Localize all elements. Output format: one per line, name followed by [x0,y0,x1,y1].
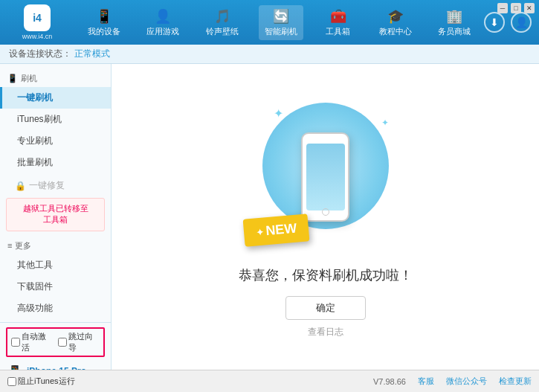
auto-activate-input[interactable] [11,338,20,347]
customer-service-link[interactable]: 客服 [418,376,434,387]
phone-home-button [322,208,329,216]
smart-flash-icon: 🔄 [273,8,289,25]
device-panel: 自动激活 跳过向导 📱 iPhone 15 Pro Max 512GB iPho… [0,322,111,370]
device-info: 📱 iPhone 15 Pro Max 512GB iPhone [6,362,105,370]
confirm-button[interactable]: 确定 [285,296,366,320]
sidebar: 📱 刷机 一键刷机 iTunes刷机 专业刷机 批量刷机 🔒 一键修复 越狱工具… [0,64,112,370]
apps-games-label: 应用游戏 [146,26,179,37]
auto-import-checkbox[interactable]: 跳过向导 [58,331,100,353]
sidebar-item-advanced[interactable]: 高级功能 [0,298,111,319]
phone-image [301,132,349,222]
download-button[interactable]: ⬇ [484,12,505,33]
sidebar-item-one-key-flash[interactable]: 一键刷机 [0,87,111,109]
toolbox-icon: 🧰 [330,8,346,25]
nav-business[interactable]: 🏢 务员商城 [432,5,477,40]
device-phone-icon: 📱 [7,364,22,370]
sidebar-repair-notice: 越狱工具已转移至工具箱 [6,198,105,231]
nav-my-device[interactable]: 📱 我的设备 [82,5,126,40]
header-right: ⬇ 👤 [484,12,532,33]
bottom-bar: 阻止iTunes运行 V7.98.66 客服 微信公众号 检查更新 [0,370,539,392]
log-link[interactable]: 查看日志 [308,326,343,338]
tutorial-icon: 🎓 [387,8,404,25]
wechat-link[interactable]: 微信公众号 [446,376,487,387]
repair-label: 一键修复 [29,179,65,192]
subheader-prefix: 设备连接状态： [9,48,71,60]
apps-games-icon: 👤 [155,8,171,25]
business-icon: 🏢 [446,8,462,25]
sparkle-left-icon: ✦ [274,106,283,121]
minimize-button[interactable]: ─ [497,3,508,13]
sidebar-item-batch-flash[interactable]: 批量刷机 [0,152,111,173]
sidebar-item-download-firmware[interactable]: 下载固件 [0,276,111,298]
auto-activate-label: 自动激活 [22,331,54,353]
block-itunes-checkbox[interactable]: 阻止iTunes运行 [7,376,75,387]
flash-section-icon: 📱 [7,74,18,83]
business-label: 务员商城 [438,26,471,37]
lock-icon: 🔒 [15,181,26,191]
toolbox-label: 工具箱 [326,26,350,37]
ringtones-icon: 🎵 [214,8,230,25]
block-itunes-label: 阻止iTunes运行 [18,376,75,387]
sidebar-device-panel: 自动激活 跳过向导 📱 iPhone 15 Pro Max 512GB iPho… [0,322,111,370]
success-message: 恭喜您，保资料刷机成功啦！ [239,266,413,284]
auto-import-label: 跳过向导 [68,331,100,353]
sidebar-item-repair-disabled: 🔒 一键修复 [0,176,111,195]
check-update-link[interactable]: 检查更新 [499,376,532,387]
subheader-status[interactable]: 正常模式 [74,48,110,60]
more-section-icon: ≡ [7,241,12,250]
logo-text: www.i4.cn [22,33,53,40]
version-label: V7.98.66 [373,377,406,386]
nav-tutorial[interactable]: 🎓 教程中心 [373,5,418,40]
bottom-right: V7.98.66 客服 微信公众号 检查更新 [373,376,532,387]
sidebar-item-itunes-flash[interactable]: iTunes刷机 [0,109,111,130]
sparkle-right-icon: ✦ [381,118,389,128]
header: i4 www.i4.cn 📱 我的设备 👤 应用游戏 🎵 铃声壁纸 🔄 智能刷机… [0,0,539,45]
sidebar-section-more-header: ≡ 更多 [0,237,111,254]
main-content: ✦ ✦ NEW 恭喜您，保资料刷机成功啦！ 确定 查看日志 [112,64,539,370]
device-checkboxes: 自动激活 跳过向导 [6,327,105,357]
sidebar-item-pro-flash[interactable]: 专业刷机 [0,130,111,152]
sidebar-section-flash-header: 📱 刷机 [0,70,111,87]
nav-apps-games[interactable]: 👤 应用游戏 [141,5,185,40]
tutorial-label: 教程中心 [379,26,412,37]
sidebar-section-flash: 📱 刷机 一键刷机 iTunes刷机 专业刷机 批量刷机 [0,70,111,173]
window-controls: ─ □ ✕ [497,3,535,13]
sidebar-section-more: ≡ 更多 其他工具 下载固件 高级功能 [0,237,111,319]
nav-smart-flash[interactable]: 🔄 智能刷机 [259,5,303,40]
auto-activate-checkbox[interactable]: 自动激活 [11,331,54,353]
more-section-label: 更多 [15,240,31,251]
account-button[interactable]: 👤 [511,12,532,33]
logo: i4 www.i4.cn [7,4,67,40]
close-button[interactable]: ✕ [524,3,535,13]
new-badge: NEW [242,213,309,246]
nav-bar: 📱 我的设备 👤 应用游戏 🎵 铃声壁纸 🔄 智能刷机 🧰 工具箱 🎓 [74,5,484,40]
auto-import-input[interactable] [58,338,67,347]
phone-screen [306,144,345,211]
my-device-icon: 📱 [96,8,112,25]
nav-ringtones[interactable]: 🎵 铃声壁纸 [200,5,245,40]
phone-illustration: ✦ ✦ NEW [251,95,400,259]
smart-flash-label: 智能刷机 [265,26,297,37]
logo-icon: i4 [24,4,51,31]
device-details: iPhone 15 Pro Max 512GB iPhone [27,364,103,370]
sidebar-section-repair: 🔒 一键修复 越狱工具已转移至工具箱 [0,176,111,234]
sidebar-item-other-tools[interactable]: 其他工具 [0,254,111,276]
device-name: iPhone 15 Pro Max [27,364,103,370]
flash-section-label: 刷机 [21,73,37,84]
my-device-label: 我的设备 [88,26,120,37]
main-area: 📱 刷机 一键刷机 iTunes刷机 专业刷机 批量刷机 🔒 一键修复 越狱工具… [0,64,539,370]
phone-body [301,132,349,222]
ringtones-label: 铃声壁纸 [206,26,239,37]
bottom-left: 阻止iTunes运行 [7,376,75,387]
nav-toolbox[interactable]: 🧰 工具箱 [317,5,358,40]
block-itunes-input[interactable] [7,377,16,386]
subheader: 设备连接状态： 正常模式 [0,45,539,64]
maximize-button[interactable]: □ [511,3,521,13]
